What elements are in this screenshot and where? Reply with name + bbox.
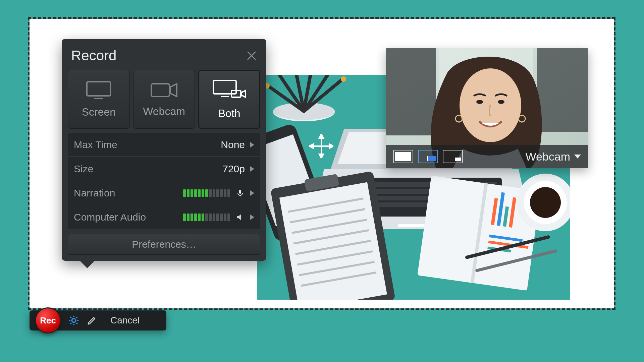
- svg-rect-63: [213, 80, 236, 94]
- record-button[interactable]: Rec: [34, 307, 62, 334]
- svg-marker-53: [319, 134, 323, 138]
- cancel-button[interactable]: Cancel: [110, 315, 140, 326]
- chevron-right-icon: [250, 166, 254, 172]
- webcam-overlay-bar: Webcam: [386, 145, 588, 168]
- setting-max-time[interactable]: Max Time None: [68, 133, 260, 157]
- mode-webcam-label: Webcam: [143, 105, 185, 118]
- mode-screen-label: Screen: [82, 106, 116, 118]
- setting-narration-label: Narration: [74, 187, 115, 199]
- svg-rect-61: [151, 84, 169, 97]
- screen-webcam-icon: [212, 79, 247, 101]
- svg-rect-72: [537, 48, 588, 132]
- screen-icon: [86, 80, 112, 100]
- speaker-icon: [235, 213, 245, 222]
- pencil-edit-button[interactable]: [86, 314, 98, 326]
- webcam-layout-medium[interactable]: [418, 150, 438, 163]
- svg-point-48: [530, 187, 561, 218]
- svg-marker-56: [329, 144, 333, 148]
- svg-rect-71: [386, 48, 436, 135]
- setting-narration[interactable]: Narration: [68, 181, 260, 205]
- svg-rect-59: [87, 82, 110, 96]
- move-cursor-icon: [309, 134, 333, 160]
- setting-size-value: 720p: [222, 163, 245, 175]
- setting-size-label: Size: [74, 163, 93, 175]
- webcam-source-label: Webcam: [525, 150, 570, 163]
- close-button[interactable]: [246, 50, 257, 61]
- mode-screen-button[interactable]: Screen: [68, 70, 130, 129]
- record-panel-title: Record: [71, 48, 116, 64]
- setting-max-time-value: None: [221, 139, 245, 150]
- svg-point-76: [498, 100, 504, 104]
- webcam-layout-large[interactable]: [393, 150, 413, 163]
- chevron-right-icon: [250, 190, 254, 196]
- webcam-layout-small[interactable]: [443, 150, 463, 163]
- svg-rect-67: [239, 190, 241, 194]
- mode-both-label: Both: [218, 107, 240, 120]
- preferences-label: Preferences…: [132, 239, 196, 250]
- panel-tail: [80, 261, 95, 268]
- capture-corner-top-left[interactable]: [32, 21, 50, 39]
- chevron-down-icon: [574, 155, 581, 159]
- record-button-label: Rec: [40, 315, 56, 326]
- chevron-right-icon: [250, 215, 254, 220]
- chevron-right-icon: [250, 142, 254, 147]
- svg-marker-62: [170, 84, 177, 97]
- capture-corner-bottom-right[interactable]: [594, 290, 612, 307]
- svg-marker-68: [237, 214, 241, 220]
- toolbar-divider: [104, 315, 104, 326]
- computer-audio-vu-meter: [183, 214, 230, 221]
- svg-point-75: [476, 100, 483, 104]
- record-settings-list: Max Time None Size 720p Narration: [68, 133, 260, 229]
- webcam-source-dropdown[interactable]: Webcam: [525, 150, 581, 163]
- capture-corner-bottom-left[interactable]: [32, 290, 50, 307]
- capture-handle-left[interactable]: [36, 135, 42, 154]
- settings-gear-button[interactable]: [68, 314, 80, 326]
- recording-toolbar: Rec Cancel: [30, 310, 166, 330]
- svg-point-13: [341, 76, 346, 82]
- mode-both-button[interactable]: Both: [198, 70, 260, 129]
- setting-max-time-label: Max Time: [74, 139, 117, 150]
- svg-marker-66: [241, 90, 246, 97]
- narration-vu-meter: [183, 189, 230, 197]
- svg-marker-54: [319, 154, 323, 158]
- record-panel: Record Screen Webcam: [62, 39, 266, 261]
- capture-corner-top-right[interactable]: [594, 21, 612, 39]
- cancel-label: Cancel: [110, 315, 140, 325]
- capture-handle-right[interactable]: [602, 135, 608, 154]
- mode-webcam-button[interactable]: Webcam: [133, 70, 195, 129]
- setting-computer-audio[interactable]: Computer Audio: [68, 205, 260, 229]
- webcam-icon: [150, 81, 178, 99]
- setting-size[interactable]: Size 720p: [68, 157, 260, 181]
- svg-point-69: [72, 318, 75, 322]
- setting-computer-audio-label: Computer Audio: [74, 212, 146, 223]
- preferences-button[interactable]: Preferences…: [68, 234, 260, 255]
- svg-marker-55: [309, 144, 313, 148]
- microphone-icon: [235, 188, 245, 198]
